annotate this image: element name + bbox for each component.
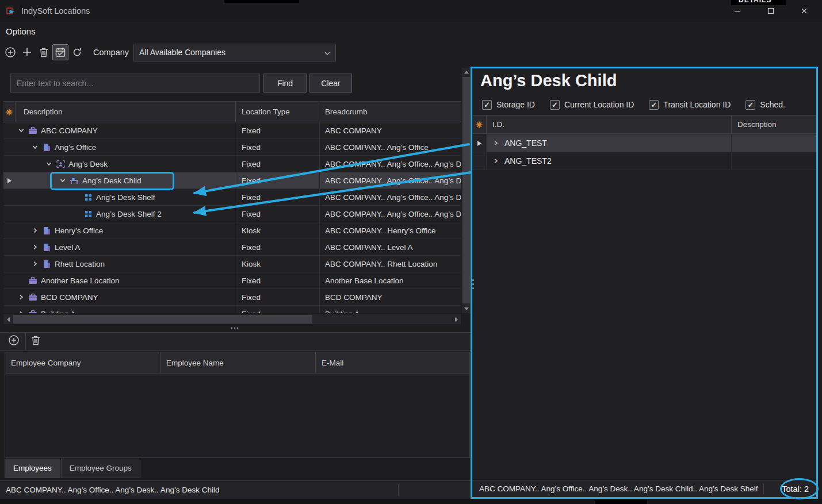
- scrollbar-thumb[interactable]: [13, 315, 312, 324]
- window-title: IndySoft Locations: [21, 6, 90, 16]
- location-name: Ang’s Desk Shelf 2: [96, 210, 162, 218]
- checkbox-sched-[interactable]: ✓Sched.: [745, 100, 785, 110]
- expander-right-icon[interactable]: [491, 140, 501, 147]
- tree-cell-location-type: Fixed: [236, 289, 319, 305]
- scroll-left-icon[interactable]: [3, 314, 13, 324]
- tab-employee-groups[interactable]: Employee Groups: [61, 459, 140, 478]
- detail-row[interactable]: ANG_TEST: [472, 134, 816, 152]
- scroll-down-icon[interactable]: [462, 305, 471, 313]
- tree-row[interactable]: Rhett LocationKioskABC COMPANY.. Rhett L…: [3, 256, 461, 272]
- tree-cell-description: Ang’s Desk: [15, 156, 236, 172]
- column-header-description[interactable]: Description: [732, 116, 816, 133]
- expander-right-icon[interactable]: [30, 260, 40, 267]
- tree-cell-location-type: Kiosk: [236, 256, 319, 272]
- calendar-check-icon[interactable]: [52, 44, 68, 60]
- checkbox-label: Sched.: [760, 100, 785, 109]
- tree-row[interactable]: Ang’s Desk ChildFixedABC COMPANY.. Ang’s…: [3, 172, 461, 189]
- tree-vertical-scrollbar[interactable]: [462, 68, 471, 313]
- desk-child-icon: [68, 176, 81, 184]
- detail-row[interactable]: ANG_TEST2: [472, 152, 816, 170]
- column-header-description[interactable]: Description: [15, 102, 236, 122]
- company-label: Company: [93, 48, 129, 57]
- detail-title: Ang’s Desk Child: [480, 71, 617, 90]
- company-icon: [26, 276, 39, 284]
- expander-down-icon[interactable]: [58, 177, 68, 184]
- checkbox-transit-location-id[interactable]: ✓Transit Location ID: [649, 100, 731, 110]
- scrollbar-thumb[interactable]: [462, 77, 470, 303]
- tree-row[interactable]: Henry’s OfficeKioskABC COMPANY.. Henry’s…: [3, 222, 461, 239]
- expander-down-icon[interactable]: [44, 160, 54, 167]
- refresh-icon[interactable]: [69, 44, 85, 60]
- selected-location-breadcrumb: ABC COMPANY.. Ang’s Office.. Ang’s Desk.…: [0, 486, 219, 494]
- company-dropdown[interactable]: All Available Companies: [133, 44, 336, 61]
- required-star-icon: [3, 102, 15, 122]
- tree-cell-description: Ang’s Desk Shelf: [15, 189, 236, 205]
- column-header-email[interactable]: E-Mail: [316, 352, 469, 373]
- detail-cell-description: [732, 152, 816, 170]
- tree-row[interactable]: Ang’s OfficeFixedABC COMPANY.. Ang’s Off…: [3, 139, 461, 156]
- checkbox-label: Storage ID: [496, 100, 535, 109]
- tree-row[interactable]: Level AFixedABC COMPANY.. Level A: [3, 239, 461, 256]
- menu-options[interactable]: Options: [0, 26, 41, 36]
- row-header-cell: [3, 156, 15, 172]
- checkbox-label: Transit Location ID: [663, 100, 731, 109]
- shelf-icon: [82, 194, 94, 201]
- tree-row[interactable]: ABC COMPANYFixedABC COMPANY: [3, 122, 461, 139]
- tree-cell-breadcrumb: ABC COMPANY.. Ang’s Office.. Ang’s De: [319, 206, 461, 222]
- detail-statusbar: ABC COMPANY.. Ang’s Office.. Ang’s Desk.…: [472, 480, 816, 497]
- search-input[interactable]: [10, 74, 260, 93]
- tree-cell-description: Ang’s Desk Child: [15, 172, 236, 188]
- tree-cell-breadcrumb: ABC COMPANY.. Rhett Location: [319, 256, 461, 272]
- tree-row[interactable]: Ang’s Desk Shelf 2FixedABC COMPANY.. Ang…: [3, 206, 461, 222]
- tree-row[interactable]: Ang’s DeskFixedABC COMPANY.. Ang’s Offic…: [3, 156, 461, 172]
- clear-button[interactable]: Clear: [309, 74, 352, 93]
- column-header-breadcrumb[interactable]: Breadcrumb: [319, 102, 461, 122]
- delete-icon[interactable]: [31, 335, 40, 348]
- location-name: Rhett Location: [55, 260, 105, 268]
- scroll-right-icon[interactable]: [452, 314, 461, 324]
- scroll-up-icon[interactable]: [462, 68, 471, 76]
- add-icon[interactable]: [19, 44, 35, 60]
- column-header-employee-company[interactable]: Employee Company: [5, 352, 160, 373]
- tab-employees[interactable]: Employees: [5, 459, 60, 478]
- titlebar: IndySoft Locations: [0, 0, 822, 22]
- checkbox-storage-id[interactable]: ✓Storage ID: [482, 100, 535, 110]
- expander-right-icon[interactable]: [16, 310, 26, 313]
- tree-cell-breadcrumb: ABC COMPANY: [319, 122, 461, 138]
- required-star-icon: [472, 116, 487, 133]
- column-header-employee-name[interactable]: Employee Name: [160, 352, 316, 373]
- expander-right-icon[interactable]: [16, 294, 26, 301]
- tree-cell-location-type: Fixed: [236, 206, 319, 222]
- column-header-location-type[interactable]: Location Type: [236, 102, 319, 122]
- location-name: Henry’s Office: [55, 226, 103, 235]
- expander-down-icon[interactable]: [16, 127, 26, 134]
- checkbox-current-location-id[interactable]: ✓Current Location ID: [550, 100, 634, 110]
- tree-row[interactable]: BCD COMPANYFixedBCD COMPANY: [3, 289, 461, 306]
- tree-row[interactable]: Ang’s Desk ShelfFixedABC COMPANY.. Ang’s…: [3, 189, 461, 206]
- expander-right-icon[interactable]: [30, 244, 40, 251]
- total-count: Total: 2: [782, 484, 809, 494]
- expander-right-icon[interactable]: [30, 227, 40, 234]
- horizontal-splitter[interactable]: •••: [0, 324, 471, 332]
- checkbox-box: ✓: [550, 100, 560, 110]
- tree-row[interactable]: Another Base LocationFixedAnother Base L…: [3, 272, 461, 289]
- column-header-id[interactable]: I.D.: [487, 116, 732, 133]
- tree-cell-breadcrumb: ABC COMPANY.. Ang’s Office: [319, 139, 461, 155]
- tree-horizontal-scrollbar[interactable]: [3, 314, 461, 324]
- close-icon[interactable]: [787, 0, 821, 22]
- add-circle-icon[interactable]: [2, 44, 18, 60]
- tree-row[interactable]: Building AFixedBuilding A: [3, 306, 461, 313]
- add-circle-icon[interactable]: [8, 334, 20, 348]
- statusbar-divider: [763, 483, 764, 494]
- employees-grid: Employee Company Employee Name E-Mail: [5, 352, 470, 458]
- row-header-cell: [3, 222, 15, 238]
- delete-icon[interactable]: [36, 44, 52, 60]
- main-toolbar: Company All Available Companies: [0, 40, 822, 64]
- tree-cell-location-type: Fixed: [236, 272, 319, 288]
- panel-splitter-grip[interactable]: [471, 275, 475, 293]
- find-button[interactable]: Find: [263, 74, 307, 93]
- expander-down-icon[interactable]: [30, 144, 40, 151]
- desk-icon: [54, 160, 67, 168]
- row-header-cell: [3, 306, 15, 313]
- expander-right-icon[interactable]: [491, 157, 501, 164]
